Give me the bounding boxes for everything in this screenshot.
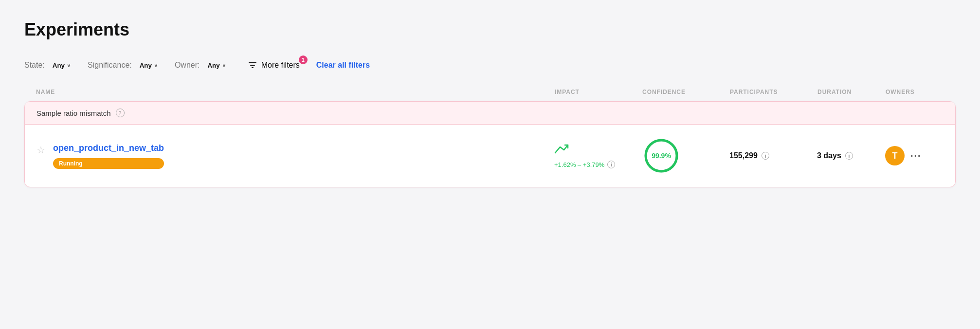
- confidence-col: 99.9%: [642, 136, 729, 175]
- owner-value: Any: [207, 62, 219, 69]
- col-name: NAME: [36, 89, 555, 95]
- impact-info-icon[interactable]: i: [607, 161, 615, 168]
- state-dropdown[interactable]: Any ∨: [48, 59, 76, 72]
- state-filter: State: Any ∨: [24, 59, 76, 72]
- significance-chevron-icon: ∨: [154, 62, 158, 69]
- star-icon[interactable]: ☆: [36, 144, 45, 156]
- more-menu-button[interactable]: ···: [910, 150, 922, 162]
- owner-dropdown[interactable]: Any ∨: [202, 59, 231, 72]
- running-badge: Running: [53, 158, 164, 169]
- col-confidence: CONFIDENCE: [642, 89, 730, 95]
- confidence-circle: 99.9%: [642, 136, 681, 175]
- participants-info-icon[interactable]: i: [762, 152, 769, 160]
- experiment-name-link[interactable]: open_product_in_new_tab: [53, 143, 164, 153]
- more-filters-label: More filters: [261, 61, 300, 70]
- state-value: Any: [53, 62, 65, 69]
- owner-label: Owner:: [175, 61, 200, 70]
- experiment-name-col: ☆ open_product_in_new_tab Running: [36, 143, 554, 169]
- trend-up-icon: [554, 143, 569, 158]
- impact-range: +1.62% – +3.79% i: [554, 161, 615, 168]
- page-title: Experiments: [24, 19, 956, 40]
- more-filters-button[interactable]: More filters 1: [243, 57, 305, 73]
- table-header: NAME IMPACT CONFIDENCE PARTICIPANTS DURA…: [24, 89, 956, 95]
- owner-avatar[interactable]: T: [885, 146, 905, 165]
- owner-chevron-icon: ∨: [222, 62, 226, 69]
- srm-help-icon[interactable]: ?: [116, 109, 125, 117]
- significance-value: Any: [140, 62, 152, 69]
- significance-filter: Significance: Any ∨: [88, 59, 163, 72]
- funnel-icon: [248, 60, 257, 70]
- impact-col: +1.62% – +3.79% i: [554, 143, 642, 168]
- clear-all-filters-button[interactable]: Clear all filters: [316, 61, 370, 70]
- srm-label: Sample ratio mismatch: [36, 109, 111, 117]
- owners-col: T ···: [885, 146, 944, 165]
- col-owners: OWNERS: [886, 89, 944, 95]
- significance-dropdown[interactable]: Any ∨: [135, 59, 163, 72]
- state-chevron-icon: ∨: [67, 62, 71, 69]
- duration-info-icon[interactable]: i: [845, 152, 853, 160]
- experiment-row: ☆ open_product_in_new_tab Running +1.62%…: [25, 125, 955, 187]
- duration-col: 3 days i: [817, 151, 885, 160]
- significance-label: Significance:: [88, 61, 132, 70]
- state-label: State:: [24, 61, 45, 70]
- experiment-info: open_product_in_new_tab Running: [53, 143, 164, 169]
- owner-filter: Owner: Any ∨: [175, 59, 231, 72]
- participants-value: 155,299: [729, 151, 758, 160]
- srm-banner: Sample ratio mismatch ?: [25, 102, 955, 125]
- col-impact: IMPACT: [555, 89, 642, 95]
- experiment-card: Sample ratio mismatch ? ☆ open_product_i…: [24, 101, 956, 187]
- col-participants: PARTICIPANTS: [730, 89, 817, 95]
- filters-bar: State: Any ∨ Significance: Any ∨ Owner: …: [24, 57, 956, 73]
- confidence-value: 99.9%: [652, 152, 671, 160]
- filters-badge: 1: [299, 55, 308, 64]
- col-duration: DURATION: [817, 89, 886, 95]
- impact-value: +1.62% – +3.79%: [554, 161, 604, 168]
- duration-value: 3 days: [817, 151, 841, 160]
- participants-col: 155,299 i: [729, 151, 817, 160]
